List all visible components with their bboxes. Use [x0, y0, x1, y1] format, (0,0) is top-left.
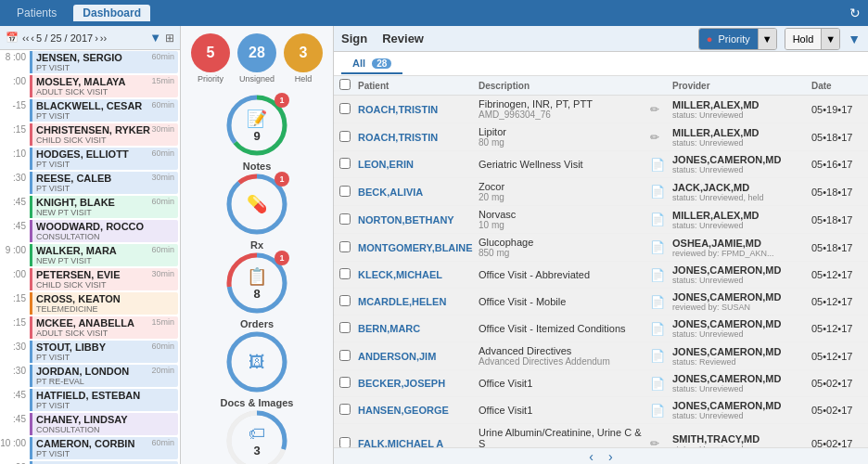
time-label: :00	[0, 460, 30, 464]
row-checkbox[interactable]	[339, 268, 351, 279]
hold-button[interactable]: Hold	[785, 29, 823, 49]
description-cell: Office Visit - Abbreviated	[479, 269, 650, 280]
appointment-item[interactable]: 60min CAMERON, CORBIN PT VISIT	[30, 437, 178, 459]
appointment-item[interactable]: 60min BLACKWELL, CESAR PT VISIT	[30, 99, 178, 122]
appointment-item[interactable]: CROSS, KEATON TELEMEDICINE	[30, 292, 178, 315]
appointment-item[interactable]: 30min PETERSEN, EVIE CHILD SICK VISIT	[30, 268, 178, 290]
row-checkbox[interactable]	[339, 131, 351, 142]
priority-button[interactable]: ● Priority	[699, 29, 759, 49]
table-row[interactable]: BECK,ALIVIA Zocor 20 mg 📄 JACK,JACK,MD s…	[334, 178, 868, 206]
row-checkbox[interactable]	[339, 158, 351, 169]
provider-name: JONES,CAMERON,MD	[672, 400, 811, 411]
table-row[interactable]: KLECK,MICHAEL Office Visit - Abbreviated…	[334, 262, 868, 289]
right-filter-icon[interactable]: ▼	[848, 32, 861, 46]
provider-status: status: Unreviewed	[672, 138, 811, 148]
widget-item[interactable]: 💊 1 Rx	[221, 172, 294, 251]
provider-cell: JONES,CAMERON,MD status: Unreviewed	[672, 264, 811, 285]
appointment-item[interactable]: HATFIELD, ESTEBAN PT VISIT	[30, 389, 178, 411]
pencil-icon: ✏	[650, 131, 659, 144]
appt-type: CHILD SICK VISIT	[36, 280, 174, 290]
row-checkbox[interactable]	[339, 404, 351, 415]
widget-icon: 💊	[247, 194, 267, 214]
description-sub: 10 mg	[479, 220, 650, 230]
nav-tab-dashboard[interactable]: Dashboard	[73, 5, 150, 21]
unsigned-card[interactable]: 28 Unsigned	[237, 33, 276, 84]
bottom-nav-prev[interactable]: ‹	[581, 449, 601, 464]
appointment-item[interactable]: WOODWARD, ROCCO CONSULTATION	[30, 220, 178, 242]
description-cell: Advanced Directives Advanced Directives …	[479, 345, 650, 367]
appointment-item[interactable]: 60min HODGES, ELLIOTT PT VISIT	[30, 148, 178, 170]
appointment-item[interactable]: 15min MCKEE, ANABELLA ADULT SICK VISIT	[30, 316, 178, 339]
patient-name: MCARDLE,HELEN	[358, 296, 479, 307]
time-slot: :00 30min PETERSEN, EVIE CHILD SICK VISI…	[0, 267, 180, 291]
document-icon: 📄	[650, 158, 665, 172]
document-icon: 📄	[650, 295, 665, 309]
hold-dropdown[interactable]: ▼	[822, 29, 839, 49]
table-row[interactable]: MCARDLE,HELEN Office Visit - Mobile 📄 JO…	[334, 289, 868, 316]
widget-item[interactable]: 📝 9 1 Notes	[221, 93, 294, 172]
provider-status: status: Unreviewed	[672, 276, 811, 285]
refresh-icon[interactable]: ↻	[849, 6, 861, 20]
table-row[interactable]: FALK,MICHAEL A Urine Albumin/Creatinine,…	[334, 424, 868, 447]
row-checkbox[interactable]	[339, 213, 351, 225]
widget-item[interactable]: 🏷 3 Charge Slips	[221, 408, 294, 464]
table-row[interactable]: MONTGOMERY,BLAINE Glucophage 850 mg 📄 OS…	[334, 234, 868, 262]
time-slot: :45 60min KNIGHT, BLAKE NEW PT VISIT	[0, 195, 180, 219]
appointment-item[interactable]: 60min KNIGHT, BLAKE NEW PT VISIT	[30, 196, 178, 218]
table-row[interactable]: LEON,ERIN Geriatric Wellness Visit 📄 JON…	[334, 151, 868, 178]
row-checkbox[interactable]	[339, 295, 351, 306]
table-row[interactable]: ROACH,TRISTIN Lipitor 80 mg ✏ MILLER,ALE…	[334, 123, 868, 151]
schedule-filter-icon[interactable]: ▼	[149, 31, 161, 45]
right-panel-header: Sign Review ● Priority ▼ Hold ▼ ▼	[334, 26, 868, 52]
row-checkbox-cell	[339, 295, 358, 308]
widget-item[interactable]: 📋 8 1 Orders	[221, 251, 294, 329]
appointment-item[interactable]: 60min WALKER, MARA NEW PT VISIT	[30, 244, 178, 266]
description-cell: Geriatric Wellness Visit	[479, 159, 650, 170]
widget-item[interactable]: 🖼 Docs & Images	[221, 329, 294, 408]
priority-card[interactable]: 5 Priority	[191, 33, 230, 84]
appointment-item[interactable]: 20min JORDAN, LONDON PT RE-EVAL	[30, 365, 178, 387]
nav-prev[interactable]: ‹	[31, 32, 34, 44]
widget-inner: 🖼	[249, 353, 265, 372]
table-row[interactable]: NORTON,BETHANY Norvasc 10 mg 📄 MILLER,AL…	[334, 206, 868, 234]
date-cell: 05•18•17	[811, 214, 862, 226]
appointment-item[interactable]: 15min MOSLEY, MALAYA ADULT SICK VISIT	[30, 75, 178, 97]
appointment-item[interactable]: CHANEY, LINDSAY CONSULTATION	[30, 413, 178, 435]
appointment-item[interactable]: 60min STOUT, LIBBY PT VISIT	[30, 341, 178, 363]
date-cell: 05•12•17	[811, 269, 862, 280]
table-row[interactable]: ROACH,TRISTIN Fibrinogen, INR, PT, PTT A…	[334, 96, 868, 123]
row-checkbox[interactable]	[339, 103, 351, 114]
nav-tab-patients[interactable]: Patients	[7, 5, 66, 21]
th-patient: Patient	[358, 81, 479, 91]
priority-dropdown[interactable]: ▼	[759, 29, 776, 49]
row-checkbox[interactable]	[339, 377, 351, 388]
widget-label: Docs & Images	[221, 397, 294, 408]
row-checkbox[interactable]	[339, 350, 351, 361]
table-row[interactable]: HANSEN,GEORGE Office Visit1 📄 JONES,CAME…	[334, 397, 868, 424]
row-checkbox[interactable]	[339, 241, 351, 252]
table-row[interactable]: BERN,MARC Office Visit - Itemized Condit…	[334, 316, 868, 342]
tab-all[interactable]: All 28	[341, 54, 402, 74]
nav-next[interactable]: ›	[95, 32, 98, 44]
held-card[interactable]: 3 Held	[284, 33, 323, 84]
provider-name: JONES,CAMERON,MD	[672, 373, 811, 384]
appointment-item[interactable]: 30min CHRISTENSEN, RYKER CHILD SICK VISI…	[30, 123, 178, 146]
widgets-container: 📝 9 1 Notes 💊 1 Rx	[221, 93, 294, 464]
row-checkbox[interactable]	[339, 322, 351, 333]
table-row[interactable]: ANDERSON,JIM Advanced Directives Advance…	[334, 342, 868, 370]
row-checkbox[interactable]	[339, 437, 351, 448]
nav-next-next[interactable]: ››	[100, 32, 107, 44]
appt-duration: 60min	[151, 52, 174, 61]
bottom-nav-next[interactable]: ›	[601, 449, 620, 464]
patient-name: ROACH,TRISTIN	[358, 104, 479, 115]
provider-status: reviewed by: SUSAN	[672, 303, 811, 312]
select-all-checkbox[interactable]	[339, 79, 351, 90]
date-cell: 05•16•17	[811, 159, 862, 170]
nav-prev-prev[interactable]: ‹‹	[22, 32, 29, 44]
schedule-extra-icon[interactable]: ⊞	[165, 32, 174, 45]
appointment-item[interactable]: 30min REESE, CALEB PT VISIT	[30, 172, 178, 194]
table-row[interactable]: BECKER,JOSEPH Office Visit1 📄 JONES,CAME…	[334, 370, 868, 397]
row-checkbox[interactable]	[339, 186, 351, 197]
appointment-item[interactable]: 60min JENSEN, SERGIO PT VISIT	[30, 51, 178, 73]
calendar-icon[interactable]: 📅	[6, 32, 19, 44]
